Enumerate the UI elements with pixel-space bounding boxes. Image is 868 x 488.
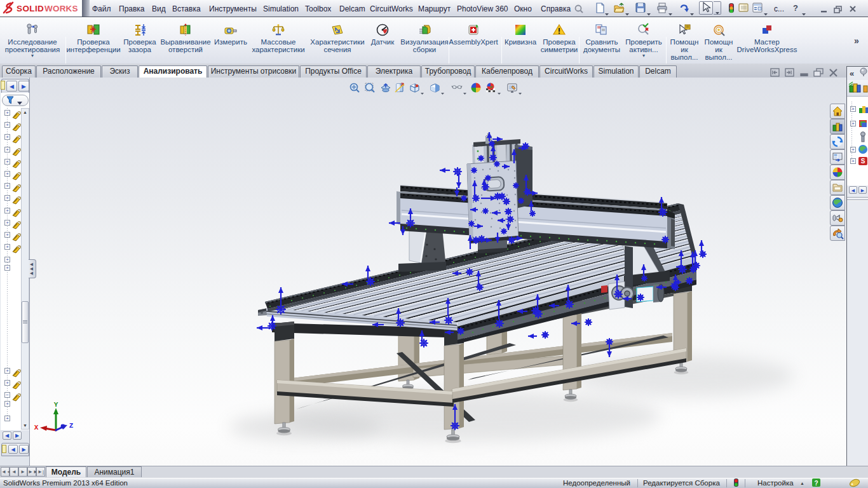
svg-text:SOLID: SOLID: [17, 4, 44, 13]
svg-text:WORKS: WORKS: [44, 4, 78, 13]
svg-text:S: S: [861, 158, 865, 165]
svg-text:Y: Y: [54, 401, 58, 409]
svg-text:Z: Z: [69, 422, 74, 430]
svg-text:?: ?: [814, 480, 818, 487]
svg-text:X: X: [34, 424, 39, 431]
